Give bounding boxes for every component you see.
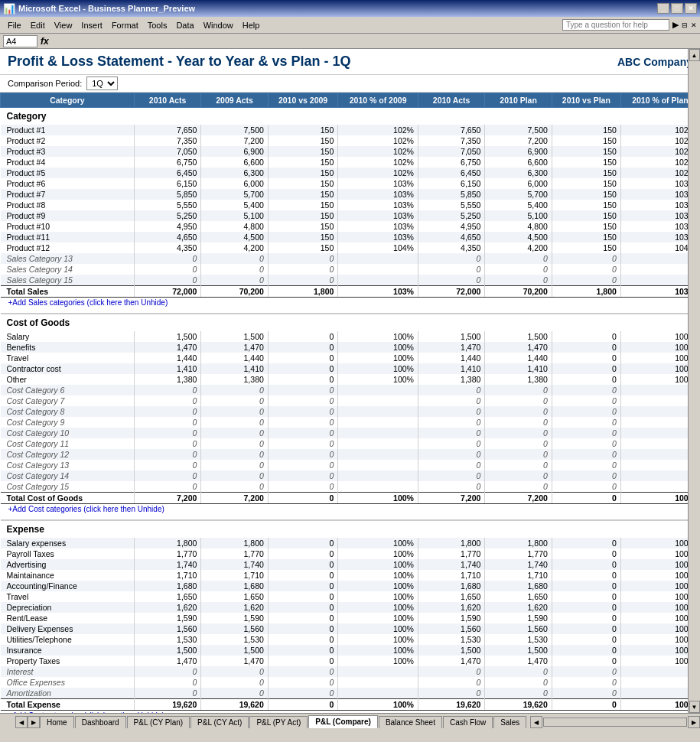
comparison-select[interactable]: 1Q 2Q 3Q 4Q xyxy=(86,76,118,90)
tab-sales[interactable]: Sales xyxy=(493,716,526,728)
minimize-button[interactable]: _ xyxy=(657,3,669,14)
row-value: 5,400 xyxy=(201,200,268,210)
row-value xyxy=(338,275,418,286)
table-row: Product #17,6507,500150102%7,6507,500150… xyxy=(1,125,700,135)
scroll-up-button[interactable]: ▲ xyxy=(689,49,700,61)
menu-format[interactable]: Format xyxy=(107,19,143,31)
row-value: 150 xyxy=(268,200,338,210)
menu-edit[interactable]: Edit xyxy=(26,19,50,31)
row-value: 0 xyxy=(201,460,268,470)
row-value: 150 xyxy=(268,146,338,157)
blank-cell xyxy=(1,514,700,520)
row-category: Product #6 xyxy=(1,178,135,189)
cell-reference[interactable] xyxy=(3,35,37,47)
table-row: Travel1,4401,4400100%1,4401,4400100% xyxy=(1,353,700,363)
add-link-text[interactable]: +Add Cost categories (click here then Un… xyxy=(1,711,700,714)
help-go-icon[interactable]: ▶ xyxy=(672,20,679,30)
row-value: 150 xyxy=(552,178,620,189)
menu-window[interactable]: Window xyxy=(199,19,238,31)
row-category: Utilities/Telephone xyxy=(1,634,135,645)
maximize-button[interactable]: □ xyxy=(671,3,683,14)
row-category: Product #11 xyxy=(1,232,135,242)
category-header: Category xyxy=(1,108,700,125)
add-link-row[interactable]: +Add Sales categories (click here then U… xyxy=(1,298,700,308)
tab-scroll-left[interactable]: ◀ xyxy=(15,716,28,728)
row-value: 0 xyxy=(552,548,620,559)
row-value: 100% xyxy=(338,623,418,634)
row-value: 100% xyxy=(338,538,418,548)
col-header-2009acts: 2009 Acts xyxy=(201,93,268,108)
tab-p-l--cy-act-[interactable]: P&L (CY Act) xyxy=(190,716,249,728)
tab-balance-sheet[interactable]: Balance Sheet xyxy=(379,716,442,728)
tab-scroll-right[interactable]: ▶ xyxy=(28,716,40,728)
menu-insert[interactable]: Insert xyxy=(77,19,107,31)
help-input[interactable] xyxy=(562,19,669,31)
row-value: 72,000 xyxy=(134,286,200,298)
row-value: 0 xyxy=(134,406,200,417)
menu-help[interactable]: Help xyxy=(238,19,265,31)
row-value: 0 xyxy=(134,385,200,395)
table-row: Insurance1,5001,5000100%1,5001,5000100% xyxy=(1,645,700,656)
row-value: 4,350 xyxy=(418,242,484,253)
menu-file[interactable]: File xyxy=(3,19,26,31)
comparison-label: Comparison Period: xyxy=(8,79,82,88)
row-value: 150 xyxy=(268,178,338,189)
row-value: 1,440 xyxy=(418,353,484,363)
tab-bar: ◀ ▶ HomeDashboardP&L (CY Plan)P&L (CY Ac… xyxy=(0,713,700,728)
blank-row xyxy=(1,514,700,520)
menu-view[interactable]: View xyxy=(50,19,77,31)
row-value: 0 xyxy=(485,688,552,699)
scroll-down-button[interactable]: ▼ xyxy=(689,701,700,713)
window-size-icon[interactable]: ⊟ xyxy=(682,21,688,29)
row-value: 0 xyxy=(268,460,338,470)
tab-p-l--py-act-[interactable]: P&L (PY Act) xyxy=(249,716,308,728)
row-value: 0 xyxy=(552,438,620,449)
add-link-row[interactable]: +Add Cost categories (click here then Un… xyxy=(1,504,700,515)
row-category: Delivery Expenses xyxy=(1,623,135,634)
hscroll-right[interactable]: ▶ xyxy=(688,716,700,728)
row-value: 0 xyxy=(552,493,620,504)
menu-tools[interactable]: Tools xyxy=(143,19,172,31)
row-value: 150 xyxy=(268,210,338,221)
hscroll-track[interactable] xyxy=(543,718,687,727)
row-value: 0 xyxy=(418,264,484,275)
row-category: Product #2 xyxy=(1,135,135,146)
row-value: 100% xyxy=(338,548,418,559)
close-button[interactable]: ✕ xyxy=(685,3,697,14)
row-value: 1,590 xyxy=(418,613,484,623)
row-value: 0 xyxy=(552,677,620,688)
right-scrollbar[interactable]: ▲ ▼ xyxy=(688,49,700,713)
row-category: Travel xyxy=(1,591,135,602)
hscroll-left[interactable]: ◀ xyxy=(530,716,542,728)
row-value: 0 xyxy=(201,438,268,449)
add-link-text[interactable]: +Add Cost categories (click here then Un… xyxy=(1,504,700,515)
row-value xyxy=(338,385,418,395)
row-value: 0 xyxy=(552,666,620,677)
table-row: Product #66,1506,000150103%6,1506,000150… xyxy=(1,178,700,189)
row-value: 150 xyxy=(552,189,620,200)
add-link-row[interactable]: +Add Cost categories (click here then Un… xyxy=(1,711,700,714)
table-row: Other1,3801,3800100%1,3801,3800100% xyxy=(1,374,700,385)
row-value: 0 xyxy=(552,591,620,602)
row-value: 7,650 xyxy=(418,125,484,135)
row-value: 0 xyxy=(268,559,338,570)
tab-p-l--cy-plan-[interactable]: P&L (CY Plan) xyxy=(127,716,190,728)
tab-home[interactable]: Home xyxy=(40,716,74,728)
tab-dashboard[interactable]: Dashboard xyxy=(75,716,126,728)
row-value: 1,770 xyxy=(134,548,200,559)
row-value: 1,470 xyxy=(418,342,484,353)
row-category: Benefits xyxy=(1,342,135,353)
row-value: 150 xyxy=(552,210,620,221)
row-value: 0 xyxy=(418,385,484,395)
menu-data[interactable]: Data xyxy=(171,19,198,31)
row-value: 1,470 xyxy=(485,342,552,353)
tab-p-l--compare-[interactable]: P&L (Compare) xyxy=(308,715,378,728)
row-value xyxy=(338,264,418,275)
row-value: 0 xyxy=(268,666,338,677)
add-link-text[interactable]: +Add Sales categories (click here then U… xyxy=(1,298,700,308)
tab-cash-flow[interactable]: Cash Flow xyxy=(443,716,493,728)
close-app-icon[interactable]: ✕ xyxy=(691,21,697,29)
row-value: 5,250 xyxy=(134,210,200,221)
row-value: 4,500 xyxy=(485,232,552,242)
window-controls[interactable]: _ □ ✕ xyxy=(657,3,697,14)
